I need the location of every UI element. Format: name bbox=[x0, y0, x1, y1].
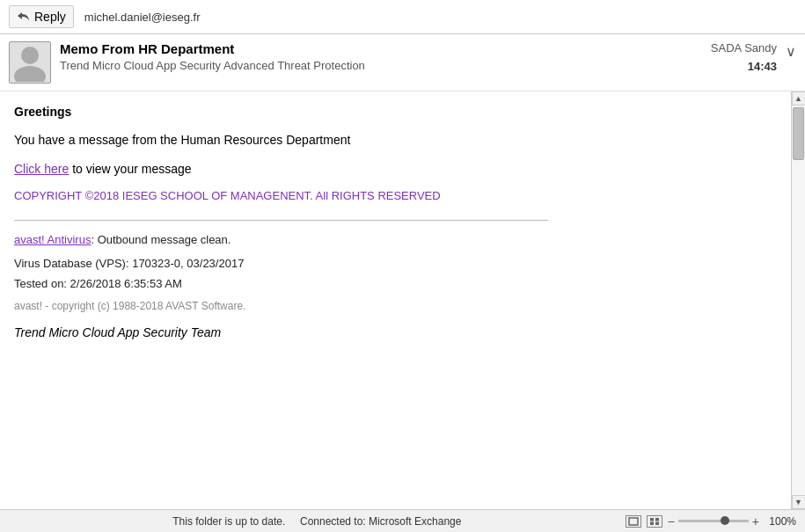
divider bbox=[14, 220, 548, 221]
antivirus-link[interactable]: avast! Antivirus bbox=[14, 233, 91, 246]
click-here-link[interactable]: Click here bbox=[14, 162, 69, 176]
zoom-minus-button[interactable]: − bbox=[668, 515, 675, 528]
status-text: This folder is up to date. Connected to:… bbox=[9, 515, 626, 528]
reply-icon bbox=[17, 11, 31, 23]
virus-db-text: Virus Database (VPS): 170323-0, 03/23/20… bbox=[14, 255, 777, 273]
avatar-silhouette bbox=[12, 43, 48, 82]
scroll-track[interactable] bbox=[792, 106, 805, 495]
status-bar: This folder is up to date. Connected to:… bbox=[0, 509, 805, 532]
email-subtitle: Trend Micro Cloud App Security Advanced … bbox=[60, 59, 711, 72]
zoom-plus-button[interactable]: + bbox=[752, 515, 759, 528]
scroll-thumb[interactable] bbox=[793, 107, 804, 160]
sender-email: michel.daniel@ieseg.fr bbox=[84, 11, 201, 24]
reply-button[interactable]: Reply bbox=[9, 5, 74, 28]
click-here-paragraph: Click here to view your message bbox=[14, 159, 777, 179]
scroll-down-arrow[interactable]: ▼ bbox=[792, 495, 806, 509]
email-header: Memo From HR Department Trend Micro Clou… bbox=[0, 34, 805, 91]
virus-db-section: Virus Database (VPS): 170323-0, 03/23/20… bbox=[14, 255, 777, 294]
email-time-area: SADA Sandy 14:43 bbox=[711, 41, 777, 73]
tested-on-text: Tested on: 2/26/2018 6:35:53 AM bbox=[14, 275, 777, 294]
svg-point-1 bbox=[14, 66, 46, 82]
expand-button[interactable]: ∨ bbox=[786, 43, 796, 60]
status-controls: − + 100% bbox=[626, 515, 796, 528]
svg-point-0 bbox=[21, 47, 39, 64]
view-icon-single[interactable] bbox=[626, 515, 641, 528]
zoom-slider[interactable] bbox=[678, 520, 749, 522]
reply-label: Reply bbox=[34, 10, 66, 24]
trend-footer-text: Trend Micro Cloud App Security Team bbox=[14, 323, 777, 342]
single-view-icon bbox=[628, 517, 639, 526]
grid-view-icon bbox=[649, 517, 660, 526]
svg-rect-2 bbox=[629, 518, 638, 525]
top-toolbar: Reply michel.daniel@ieseg.fr bbox=[0, 0, 805, 34]
svg-rect-3 bbox=[650, 518, 654, 521]
paragraph2-rest: to view your message bbox=[69, 162, 191, 176]
copyright-text: COPYRIGHT ©2018 IESEG SCHOOL OF MANAGENE… bbox=[14, 187, 777, 206]
email-sender-name: SADA Sandy bbox=[711, 41, 777, 55]
zoom-controls: − + 100% bbox=[668, 515, 796, 528]
email-body-wrapper: Greetings You have a message from the Hu… bbox=[0, 91, 805, 509]
email-meta: Memo From HR Department Trend Micro Clou… bbox=[60, 41, 711, 72]
email-body: Greetings You have a message from the Hu… bbox=[0, 91, 791, 509]
antivirus-rest: : Outbound message clean. bbox=[91, 233, 231, 246]
email-time: 14:43 bbox=[748, 60, 777, 73]
view-icon-grid[interactable] bbox=[647, 515, 662, 528]
email-subject: Memo From HR Department bbox=[60, 41, 711, 56]
body-paragraph-1: You have a message from the Human Resour… bbox=[14, 130, 777, 149]
svg-rect-5 bbox=[650, 521, 654, 525]
zoom-percent: 100% bbox=[763, 515, 796, 528]
greeting-text: Greetings bbox=[14, 102, 777, 121]
avast-copyright-text: avast! - copyright (c) 1988-2018 AVAST S… bbox=[14, 298, 777, 315]
scrollbar[interactable]: ▲ ▼ bbox=[791, 91, 805, 509]
antivirus-line: avast! Antivirus: Outbound message clean… bbox=[14, 231, 777, 250]
zoom-thumb[interactable] bbox=[721, 516, 729, 525]
svg-rect-6 bbox=[655, 521, 659, 525]
avatar bbox=[9, 41, 51, 84]
svg-rect-4 bbox=[655, 518, 659, 521]
scroll-up-arrow[interactable]: ▲ bbox=[792, 91, 806, 106]
